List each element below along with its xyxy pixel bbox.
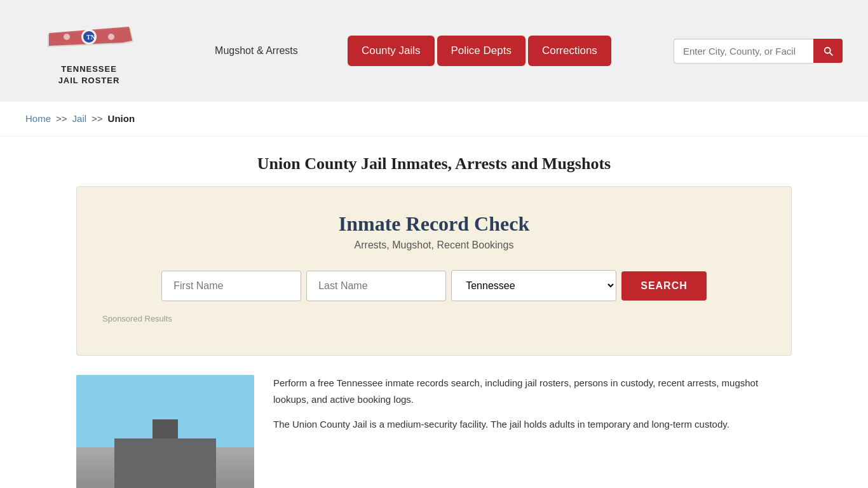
page-title-area: Union County Jail Inmates, Arrests and M… — [0, 137, 868, 186]
svg-text:TN: TN — [86, 34, 96, 41]
breadcrumb-sep1: >> — [56, 113, 67, 124]
county-jails-button[interactable]: County Jails — [348, 36, 435, 66]
svg-point-6 — [108, 34, 114, 40]
first-name-input[interactable] — [161, 271, 301, 301]
breadcrumb-current: Union — [108, 113, 135, 124]
record-check-title: Inmate Record Check — [102, 212, 766, 236]
nav-buttons: County Jails Police Depts Corrections — [348, 36, 611, 66]
bottom-text-area: Perform a free Tennessee inmate records … — [273, 375, 792, 442]
logo-icon: TN — [41, 15, 137, 61]
breadcrumb: Home >> Jail >> Union — [0, 102, 868, 137]
logo-text: TENNESSEE JAIL ROSTER — [58, 64, 120, 86]
last-name-input[interactable] — [306, 271, 446, 301]
search-icon — [822, 45, 834, 57]
bottom-content: Perform a free Tennessee inmate records … — [0, 375, 868, 488]
record-check-box: Inmate Record Check Arrests, Mugshot, Re… — [76, 186, 792, 356]
sponsored-label: Sponsored Results — [102, 314, 766, 323]
logo-area: TN TENNESSEE JAIL ROSTER — [25, 15, 153, 86]
inmate-search-form: AlabamaAlaskaArizonaArkansasCaliforniaCo… — [102, 270, 766, 301]
bottom-para2: The Union County Jail is a medium-securi… — [273, 416, 792, 433]
breadcrumb-sep2: >> — [92, 113, 103, 124]
state-select[interactable]: AlabamaAlaskaArizonaArkansasCaliforniaCo… — [451, 270, 616, 301]
inmate-search-button[interactable]: SEARCH — [621, 271, 707, 301]
corrections-button[interactable]: Corrections — [528, 36, 611, 66]
site-header: TN TENNESSEE JAIL ROSTER Mugshot & Arres… — [0, 0, 868, 102]
header-search-button[interactable] — [813, 39, 843, 63]
page-title: Union County Jail Inmates, Arrests and M… — [25, 154, 843, 173]
svg-point-5 — [64, 34, 70, 40]
header-search-area — [674, 39, 843, 64]
breadcrumb-jail[interactable]: Jail — [72, 113, 87, 124]
header-search-input[interactable] — [674, 39, 813, 64]
mugshot-arrests-link[interactable]: Mugshot & Arrests — [215, 45, 298, 57]
jail-image — [76, 375, 254, 488]
police-depts-button[interactable]: Police Depts — [437, 36, 526, 66]
bottom-para1: Perform a free Tennessee inmate records … — [273, 375, 792, 407]
breadcrumb-home[interactable]: Home — [25, 113, 51, 124]
record-check-subtitle: Arrests, Mugshot, Recent Bookings — [102, 240, 766, 251]
